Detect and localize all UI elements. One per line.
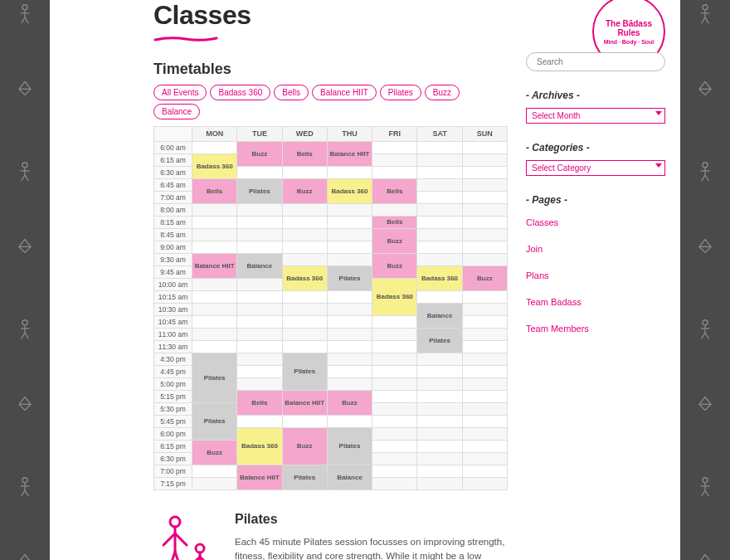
- empty-slot: [462, 465, 507, 478]
- event-pilates[interactable]: Pilates: [328, 266, 372, 290]
- empty-slot: [282, 304, 327, 316]
- class-article: Pilates Each 45 minute Pilates session f…: [153, 512, 508, 560]
- filter-badass-360[interactable]: Badass 360: [210, 85, 270, 100]
- event-buzz[interactable]: Buzz: [463, 266, 507, 290]
- event-balance-hiit[interactable]: Balance HIIT: [237, 465, 281, 489]
- time-label: 11:00 am: [154, 329, 192, 341]
- event-pilates[interactable]: Pilates: [328, 428, 372, 465]
- filter-pilates[interactable]: Pilates: [380, 85, 421, 100]
- gutter-ornament-icon: [16, 473, 34, 498]
- article-body: Each 45 minute Pilates session focusses …: [235, 535, 508, 560]
- gutter-ornament-icon: [16, 552, 34, 560]
- gutter-ornament-icon: [696, 0, 714, 25]
- event-bells[interactable]: Bells: [192, 179, 236, 203]
- time-label: 6:15 am: [154, 154, 192, 167]
- empty-slot: [462, 441, 507, 453]
- time-label: 10:00 am: [154, 279, 192, 291]
- gutter-ornament-icon: [696, 552, 714, 560]
- filter-buzz[interactable]: Buzz: [425, 85, 460, 100]
- event-badass-360[interactable]: Badass 360: [283, 266, 327, 290]
- archives-heading: - Archives -: [526, 90, 665, 101]
- event-balance-hiit[interactable]: Balance HIIT: [328, 142, 372, 166]
- event-pilates[interactable]: Pilates: [283, 353, 327, 390]
- event-pilates[interactable]: Pilates: [417, 329, 461, 353]
- svg-line-27: [175, 533, 187, 545]
- gutter-ornament-icon: [696, 394, 714, 419]
- page-link-plans[interactable]: Plans: [526, 270, 549, 280]
- time-label: 6:30 pm: [154, 453, 192, 465]
- event-buzz[interactable]: Buzz: [283, 428, 327, 465]
- time-label: 5:30 pm: [154, 403, 192, 416]
- svg-point-0: [22, 5, 27, 10]
- event-bells[interactable]: Bells: [372, 179, 416, 203]
- gutter-ornament-icon: [16, 158, 34, 183]
- empty-slot: [237, 229, 282, 241]
- filter-bells[interactable]: Bells: [274, 85, 309, 100]
- svg-line-40: [702, 17, 705, 23]
- event-balance[interactable]: Balance: [417, 304, 461, 328]
- time-label: 5:00 pm: [154, 378, 192, 391]
- empty-slot: [417, 465, 462, 478]
- svg-line-32: [192, 557, 200, 560]
- svg-line-4: [25, 17, 28, 23]
- gutter-ornament-icon: [16, 315, 34, 340]
- empty-slot: [327, 341, 372, 353]
- event-balance[interactable]: Balance: [328, 465, 372, 489]
- event-badass-360[interactable]: Badass 360: [328, 179, 372, 203]
- empty-slot: [417, 254, 462, 266]
- filter-balance-hiit[interactable]: Balance HIIT: [312, 85, 377, 100]
- event-buzz[interactable]: Buzz: [237, 142, 281, 166]
- search-input[interactable]: [526, 52, 665, 71]
- svg-point-37: [703, 5, 708, 10]
- event-buzz[interactable]: Buzz: [283, 179, 327, 203]
- svg-point-24: [170, 517, 180, 527]
- event-badass-360[interactable]: Badass 360: [192, 154, 236, 178]
- empty-slot: [237, 217, 282, 229]
- event-pilates[interactable]: Pilates: [237, 179, 281, 203]
- empty-slot: [462, 179, 507, 192]
- gutter-ornament-icon: [16, 394, 34, 419]
- archives-select[interactable]: Select Month: [526, 108, 665, 124]
- event-pilates[interactable]: Pilates: [192, 403, 236, 440]
- categories-select[interactable]: Select Category: [526, 160, 665, 176]
- svg-point-49: [703, 320, 708, 325]
- event-pilates[interactable]: Pilates: [283, 465, 327, 489]
- page-title: Classes: [153, 0, 665, 31]
- empty-slot: [417, 241, 462, 254]
- event-buzz[interactable]: Buzz: [372, 229, 416, 253]
- empty-slot: [372, 416, 417, 428]
- empty-slot: [372, 154, 417, 167]
- page-link-classes[interactable]: Classes: [526, 217, 558, 227]
- event-badass-360[interactable]: Badass 360: [237, 428, 281, 465]
- event-pilates[interactable]: Pilates: [192, 353, 236, 402]
- svg-point-43: [703, 163, 708, 168]
- event-bells[interactable]: Bells: [237, 391, 281, 415]
- svg-line-29: [175, 552, 183, 560]
- gutter-ornament-icon: [16, 79, 34, 104]
- event-balance-hiit[interactable]: Balance HIIT: [283, 391, 327, 415]
- svg-line-52: [702, 333, 705, 338]
- event-badass-360[interactable]: Badass 360: [372, 279, 416, 315]
- filter-all-events[interactable]: All Events: [153, 85, 207, 100]
- empty-slot: [282, 416, 327, 428]
- page-link-team-badass[interactable]: Team Badass: [526, 297, 582, 307]
- event-balance-hiit[interactable]: Balance HIIT: [192, 254, 236, 278]
- page-link-team-members[interactable]: Team Members: [526, 324, 589, 334]
- page-link-join[interactable]: Join: [526, 244, 543, 254]
- empty-slot: [192, 217, 237, 229]
- event-buzz[interactable]: Buzz: [328, 391, 372, 415]
- empty-slot: [327, 241, 372, 254]
- empty-slot: [417, 391, 462, 403]
- empty-slot: [417, 378, 462, 391]
- event-buzz[interactable]: Buzz: [372, 254, 416, 278]
- empty-slot: [282, 291, 327, 304]
- event-buzz[interactable]: Buzz: [192, 441, 236, 465]
- filter-balance[interactable]: Balance: [153, 104, 200, 119]
- empty-slot: [462, 154, 507, 167]
- event-bells[interactable]: Bells: [372, 217, 416, 228]
- empty-slot: [237, 353, 282, 366]
- time-label: 4:45 pm: [154, 366, 192, 378]
- event-balance[interactable]: Balance: [237, 254, 281, 278]
- event-badass-360[interactable]: Badass 360: [417, 266, 461, 290]
- event-bells[interactable]: Bells: [283, 142, 327, 166]
